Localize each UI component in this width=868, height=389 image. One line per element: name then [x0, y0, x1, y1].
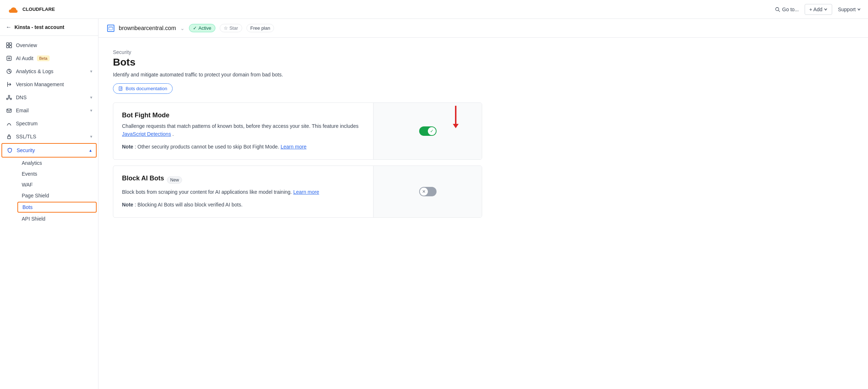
bot-fight-mode-card: Bot Fight Mode Challenge requests that m…	[113, 103, 482, 160]
block-ai-bots-card: Block AI Bots New Block bots from scrapi…	[113, 166, 482, 218]
sidebar-item-version-management[interactable]: Version Management	[0, 78, 98, 91]
support-button[interactable]: Support	[838, 7, 861, 12]
domain-icon	[107, 25, 114, 32]
svg-rect-11	[7, 109, 11, 112]
bot-fight-mode-toggle[interactable]: ✓	[419, 126, 437, 136]
sidebar-item-ai-audit[interactable]: AI Audit Beta	[0, 52, 98, 65]
page-description: Identify and mitigate automated traffic …	[113, 72, 482, 78]
subnav-api-shield[interactable]: API Shield	[16, 213, 98, 224]
section-label: Security	[113, 49, 482, 55]
js-detections-link[interactable]: JavaScript Detections	[122, 131, 171, 137]
card-title-row: Block AI Bots New	[122, 175, 365, 185]
security-subnav: Analytics Events WAF Page Shield Bots AP…	[0, 158, 98, 224]
sidebar-item-analytics-logs[interactable]: Analytics & Logs ▾	[0, 65, 98, 78]
goto-button[interactable]: Go to...	[775, 7, 799, 12]
content-body: Security Bots Identify and mitigate auto…	[98, 38, 497, 235]
svg-rect-12	[8, 136, 10, 139]
documentation-button[interactable]: Bots documentation	[113, 83, 173, 94]
top-nav-actions: Go to... + Add Support	[775, 4, 861, 15]
annotation-arrow	[453, 106, 459, 128]
account-name: Kinsta - test account	[14, 24, 64, 30]
security-shield-icon	[7, 147, 13, 154]
chevron-down-icon: ▾	[90, 134, 92, 139]
app-layout: ← Kinsta - test account Overview AI Audi…	[0, 19, 868, 389]
subnav-analytics[interactable]: Analytics	[16, 158, 98, 168]
sidebar-navigation: Overview AI Audit Beta Analytics & Logs …	[0, 36, 98, 389]
chevron-down-icon: ▾	[90, 95, 92, 100]
email-icon	[6, 107, 12, 114]
toggle-knob: ✕	[420, 188, 428, 196]
subnav-events[interactable]: Events	[16, 168, 98, 179]
sidebar-item-ssl-tls[interactable]: SSL/TLS ▾	[0, 130, 98, 143]
sidebar-item-overview[interactable]: Overview	[0, 39, 98, 52]
analytics-icon	[6, 68, 12, 75]
add-button[interactable]: + Add	[805, 4, 832, 15]
chevron-down-icon: ▾	[90, 69, 92, 74]
sidebar-item-label: Security	[17, 147, 35, 153]
plan-badge: Free plan	[247, 24, 274, 32]
svg-line-1	[778, 10, 780, 12]
window-icon	[109, 26, 113, 30]
star-button[interactable]: ☆ Star	[220, 24, 242, 32]
domain-bar: brownbearcentral.com ⌄ ✓ Active ☆ Star F…	[98, 19, 868, 38]
chevron-up-icon: ▴	[89, 148, 92, 153]
star-icon: ☆	[224, 25, 228, 31]
sidebar-item-security[interactable]: Security ▴	[1, 143, 97, 158]
account-nav[interactable]: ← Kinsta - test account	[0, 19, 98, 36]
ai-icon	[6, 55, 12, 62]
sidebar-item-label: SSL/TLS	[16, 134, 36, 139]
subnav-page-shield[interactable]: Page Shield	[16, 190, 98, 201]
sidebar-item-label: Version Management	[16, 81, 64, 87]
main-content: brownbearcentral.com ⌄ ✓ Active ☆ Star F…	[98, 19, 868, 389]
beta-badge: Beta	[37, 55, 50, 61]
sidebar: ← Kinsta - test account Overview AI Audi…	[0, 19, 98, 389]
chevron-down-icon: ▾	[90, 108, 92, 113]
grid-icon	[6, 42, 12, 49]
svg-rect-5	[9, 46, 12, 48]
logo-area: CLOUDFLARE	[7, 5, 55, 14]
dns-icon	[6, 94, 12, 101]
card-toggle-area-ai: ✕	[373, 166, 482, 217]
domain-chevron-icon: ⌄	[180, 25, 185, 31]
search-icon	[775, 7, 780, 12]
card-description: Challenge requests that match patterns o…	[122, 122, 365, 138]
sidebar-item-dns[interactable]: DNS ▾	[0, 91, 98, 104]
logo-text: CLOUDFLARE	[22, 7, 55, 12]
subnav-waf[interactable]: WAF	[16, 179, 98, 190]
sidebar-item-label: Analytics & Logs	[16, 68, 54, 74]
domain-name: brownbearcentral.com	[119, 25, 176, 32]
sidebar-item-label: Spectrum	[16, 121, 38, 126]
sidebar-item-label: DNS	[16, 95, 27, 100]
support-chevron-icon	[857, 8, 861, 11]
page-title: Bots	[113, 57, 482, 68]
top-nav: CLOUDFLARE Go to... + Add Support	[0, 0, 868, 19]
card-body: Bot Fight Mode Challenge requests that m…	[113, 103, 373, 159]
svg-rect-2	[7, 43, 9, 45]
new-badge: New	[167, 176, 182, 184]
subnav-bots[interactable]: Bots	[17, 202, 97, 213]
status-badge: ✓ Active	[189, 24, 215, 32]
sidebar-item-email[interactable]: Email ▾	[0, 104, 98, 117]
svg-rect-3	[9, 43, 12, 45]
card-description: Block bots from scraping your content fo…	[122, 188, 365, 196]
card-title: Block AI Bots	[122, 175, 164, 182]
card-toggle-area: ✓	[373, 103, 482, 159]
ssl-icon	[6, 133, 12, 140]
sidebar-item-spectrum[interactable]: Spectrum	[0, 117, 98, 130]
learn-more-link[interactable]: Learn more	[281, 144, 307, 150]
spectrum-icon	[6, 120, 12, 127]
card-note: Note : Other security products cannot be…	[122, 143, 365, 151]
chevron-down-icon	[824, 8, 827, 11]
learn-more-link-ai[interactable]: Learn more	[293, 189, 319, 195]
check-icon: ✓	[193, 25, 197, 31]
card-note: Note : Blocking AI Bots will also block …	[122, 201, 365, 209]
cf-logo-icon	[7, 5, 20, 14]
sidebar-item-label: Email	[16, 108, 29, 113]
sidebar-item-label: Overview	[16, 42, 37, 48]
version-icon	[6, 81, 12, 88]
card-title: Bot Fight Mode	[122, 112, 365, 119]
cloudflare-logo: CLOUDFLARE	[7, 5, 55, 14]
block-ai-bots-toggle[interactable]: ✕	[419, 187, 437, 196]
svg-rect-13	[109, 26, 113, 30]
book-icon	[118, 86, 123, 91]
